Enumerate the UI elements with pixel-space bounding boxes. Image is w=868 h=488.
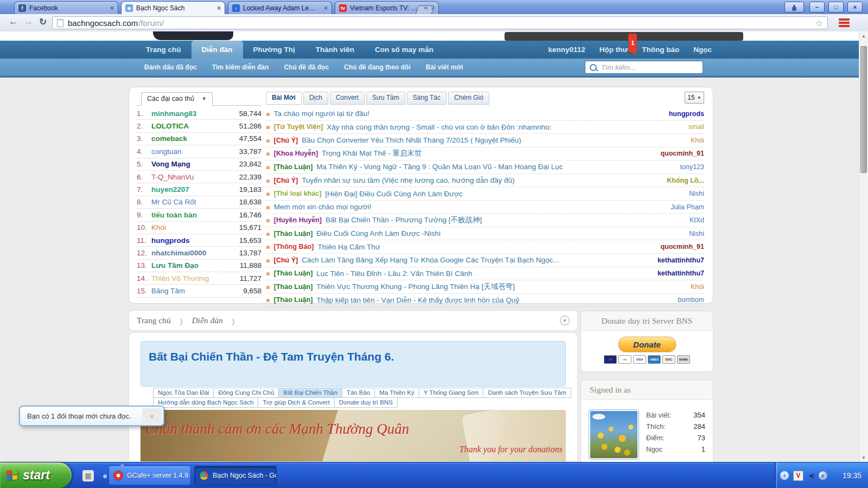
notification-close-icon[interactable]: × xyxy=(142,408,162,423)
speaker-icon[interactable]: ◄) xyxy=(808,472,814,479)
thread-title-link[interactable]: Lục Tiên - Tiêu Đỉnh - Lầu 2: Vấn Thiên … xyxy=(316,269,472,278)
forward-button[interactable]: → xyxy=(24,16,33,27)
subnav-item[interactable]: Bài viết mới xyxy=(418,59,471,76)
threads-tab[interactable]: Dịch xyxy=(303,92,328,105)
threads-tab[interactable]: Sáng Tác xyxy=(407,92,446,105)
browser-tab[interactable]: f Facebook × xyxy=(14,1,118,14)
network-icon[interactable]: e xyxy=(818,471,828,480)
thread-author-link[interactable]: KtXd xyxy=(690,216,704,224)
vietkey-icon[interactable]: V xyxy=(793,471,803,481)
breadcrumb-home[interactable]: Trang chủ xyxy=(137,316,171,325)
thread-title-link[interactable]: Điều Cuối Cùng Anh Làm Được -Nishi xyxy=(316,229,441,237)
leaderboard-user-link[interactable]: huyen2207 xyxy=(151,185,239,194)
quick-tab[interactable]: Ma Thiên Ký xyxy=(374,388,419,398)
leaderboard-user-link[interactable]: nhatchimai0000 xyxy=(151,249,239,257)
tab-close-icon[interactable]: × xyxy=(110,4,114,12)
nav-item[interactable]: Con số may mắn xyxy=(365,41,444,59)
subnav-item[interactable]: Đánh dấu đã đọc xyxy=(137,59,205,76)
leaderboard-user-link[interactable]: tiểu toán bàn xyxy=(151,211,239,219)
thread-author-link[interactable]: Khói xyxy=(691,137,704,144)
subnav-item[interactable]: Chủ đề đang theo dõi xyxy=(336,59,418,76)
leaderboard-user-link[interactable]: Mr Củ Cà Rốt xyxy=(151,198,239,206)
scrollbar-thumb[interactable] xyxy=(860,46,867,173)
thread-title-link[interactable]: Mem mới xin chào mọi người! xyxy=(274,203,372,211)
quick-tab[interactable]: Hướng dẫn dùng Bạch Ngọc Sách xyxy=(153,397,258,408)
thread-author-link[interactable]: quocminh_91 xyxy=(660,150,704,157)
quick-tab[interactable]: Đông Cung Chi Chủ xyxy=(213,388,279,398)
leaderboard-user-link[interactable]: T-Q_NhanVu xyxy=(151,173,239,181)
inbox-link[interactable]: Hộp thư1 xyxy=(592,41,635,59)
thread-title-link[interactable]: Ta chào mọi người lại từ đầu! xyxy=(274,110,369,118)
threads-tab[interactable]: Sưu Tầm xyxy=(366,92,405,105)
leaderboard-user-link[interactable]: Khói xyxy=(151,223,239,232)
thread-author-link[interactable]: quocminh_91 xyxy=(660,243,704,251)
thread-author-link[interactable]: Nishi xyxy=(689,190,704,197)
thread-title-link[interactable]: Tuyển nhân sự sưu tầm (Việc nhẹ lương ca… xyxy=(302,176,514,184)
page-size-select[interactable]: 15 ▼ xyxy=(685,92,704,104)
scrollbar[interactable]: ▲ ▼ xyxy=(859,31,868,462)
thread-author-link[interactable]: Julia Phạm xyxy=(671,203,704,211)
leaderboard-user-link[interactable]: Thiên Vô Thường xyxy=(151,274,240,282)
quick-launch-icon[interactable]: ▦ xyxy=(82,470,94,481)
thread-author-link[interactable]: Nishi xyxy=(689,230,704,237)
quick-tab[interactable]: Tán Bảo xyxy=(342,388,375,398)
thread-title-link[interactable]: Ma Thiên Ký - Vong Ngữ - Tầng 9 : Quần M… xyxy=(316,163,563,171)
leaderboard-user-link[interactable]: hungprods xyxy=(151,236,239,245)
thread-title-link[interactable]: Thập kiếp tán tiên - Vạn Diễn - Kẻ thấy … xyxy=(316,296,519,304)
nav-item[interactable]: Phường Thị xyxy=(243,41,305,59)
back-button[interactable]: ← xyxy=(9,16,18,27)
taskbar-button-gcafe[interactable]: GCafe+ server 1.4.9 ... xyxy=(108,466,191,485)
leaderboard-user-link[interactable]: Lưu Tầm Đạo xyxy=(151,261,240,269)
alerts-link[interactable]: Thông báo xyxy=(635,41,686,59)
minimize-button[interactable]: – xyxy=(809,2,825,12)
quick-tab[interactable]: Trợ giúp Dịch & Convert xyxy=(258,397,334,408)
address-bar[interactable]: bachngocsach.com/forum/ ☆ xyxy=(52,16,828,29)
subnav-item[interactable]: Tìm kiếm diễn đàn xyxy=(205,59,277,76)
search-input[interactable] xyxy=(600,63,689,72)
nav-item[interactable]: Diễn đàn xyxy=(192,41,243,59)
leaderboard-user-link[interactable]: minhmang83 xyxy=(151,110,239,118)
maximize-button[interactable]: □ xyxy=(828,2,844,12)
quick-tab[interactable]: Ngọc Tỏa Dao Đài xyxy=(153,388,214,398)
thread-author-link[interactable]: bombom xyxy=(678,296,704,304)
thread-author-link[interactable]: Khói xyxy=(691,283,704,291)
thread-title-link[interactable]: Thiên Hạ Cấm Thư xyxy=(317,243,380,251)
thread-title-link[interactable]: Bất Bại Chiến Thần - Phương Tưởng [不败战神] xyxy=(326,215,482,225)
browser-tab[interactable]: ♪ Locked Away Adam Levine, F × xyxy=(228,1,332,14)
leaderboard-user-link[interactable]: Vong Mạng xyxy=(151,160,239,168)
thread-author-link[interactable]: kethattinhthu7 xyxy=(658,256,704,264)
close-button[interactable]: × xyxy=(847,2,863,12)
username-link[interactable]: kenny0112 xyxy=(541,41,592,59)
thread-author-link[interactable]: hungprods xyxy=(669,110,704,118)
profile-button[interactable] xyxy=(784,2,804,12)
subnav-item[interactable]: Chủ đề đã đọc xyxy=(276,59,336,76)
tab-close-icon[interactable]: × xyxy=(217,4,221,12)
nav-item[interactable]: Trang chủ xyxy=(136,41,192,59)
browser-tab[interactable]: ◉ Bạch Ngọc Sách × xyxy=(121,1,225,14)
thread-title-link[interactable]: Bầu Chọn Converter Yêu Thích Nhất Tháng … xyxy=(302,136,521,144)
leaderboard-user-link[interactable]: congtuan xyxy=(151,147,239,156)
leaderboard-user-link[interactable]: Băng Tâm xyxy=(151,287,243,295)
leaderboard-dropdown[interactable]: Các đại cao thủ ▼ xyxy=(141,92,213,106)
taskbar-button-chrome[interactable]: Bạch Ngọc Sách - Go... xyxy=(194,466,277,485)
quick-tab[interactable]: Y Thống Giang Sơn xyxy=(419,388,484,398)
thread-title-link[interactable]: Thiên Vực Thương Khung - Phong Lăng Thiê… xyxy=(316,282,515,292)
tray-chevron-icon[interactable]: ‹ xyxy=(780,471,789,480)
user-avatar[interactable] xyxy=(589,409,639,460)
start-button[interactable]: start xyxy=(0,463,72,488)
quick-tab[interactable]: Danh sách Truyện Sưu Tầm xyxy=(483,388,571,398)
chrome-menu-icon[interactable] xyxy=(839,18,850,27)
leaderboard-user-link[interactable]: LOLOTICA xyxy=(151,122,239,130)
thread-title-link[interactable]: Trọng Khải Mạt Thế - 重启末世 xyxy=(322,149,422,158)
thread-title-link[interactable]: Cách Làm Tăng Bảng Xếp Hạng Từ Khóa Goog… xyxy=(302,256,559,264)
nav-item[interactable]: Thành viên xyxy=(305,41,365,59)
quick-tab[interactable]: Bất Bại Chiến Thần xyxy=(278,388,342,398)
collapse-toggle-icon[interactable]: ▾ xyxy=(560,316,570,325)
reload-button[interactable]: ↻ xyxy=(39,16,47,28)
ngoc-link[interactable]: Ngọc xyxy=(686,41,719,59)
threads-tab[interactable]: Chém Gió xyxy=(448,92,489,105)
bookmark-star-icon[interactable]: ☆ xyxy=(815,18,823,28)
donate-button[interactable]: Donate xyxy=(618,337,676,352)
leaderboard-user-link[interactable]: comeback xyxy=(151,134,239,143)
thread-author-link[interactable]: tony123 xyxy=(680,163,704,171)
